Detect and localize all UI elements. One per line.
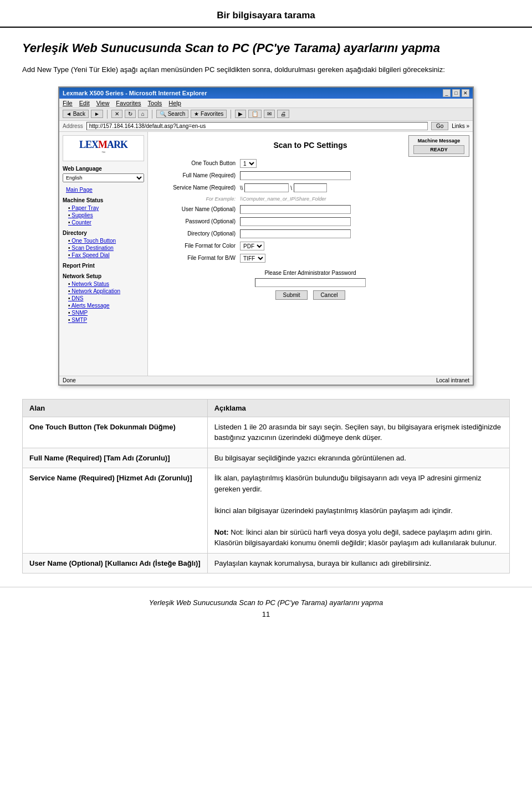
note-label: Not: <box>214 528 231 536</box>
table-row: One Touch Button (Tek Dokunmalı Düğme) L… <box>23 417 510 448</box>
directory-row: Directory (Optional) <box>155 228 466 240</box>
sidebar-item-network-application[interactable]: Network Application <box>68 288 144 294</box>
desc-service-name-part1: İlk alan, paylaştırılmış klasörün bulund… <box>214 474 482 493</box>
file-format-bw-field: TIFF <box>238 252 466 264</box>
field-one-touch: One Touch Button (Tek Dokunmalı Düğme) <box>23 417 208 448</box>
refresh-button[interactable]: ↻ <box>125 110 136 118</box>
file-format-bw-select[interactable]: TIFF <box>240 254 265 263</box>
file-format-color-row: File Format for Color PDF <box>155 240 466 252</box>
explanation-table: Alan Açıklama One Touch Button (Tek Doku… <box>22 399 510 574</box>
sidebar-web-language-section: Web Language English <box>63 166 144 182</box>
file-format-color-field: PDF <box>238 240 466 252</box>
footer-page-number: 11 <box>22 610 510 618</box>
form-buttons-row: Submit Cancel <box>155 289 466 301</box>
for-example-label: For Example: <box>155 194 238 203</box>
browser-controls: _ □ ✕ <box>443 89 469 97</box>
password-label: Password (Optional) <box>155 216 238 228</box>
sidebar-item-counter[interactable]: Counter <box>68 219 144 226</box>
service-name-input-1[interactable] <box>244 183 289 192</box>
table-row: Full Name (Required) [Tam Adı (Zorunlu)]… <box>23 448 510 468</box>
cancel-button[interactable]: Cancel <box>313 290 345 300</box>
user-name-label: User Name (Optional) <box>155 203 238 216</box>
mail-button[interactable]: ✉ <box>264 110 275 118</box>
sidebar-machine-status-section: Machine Status Paper Tray Supplies Count… <box>63 197 144 226</box>
one-touch-select[interactable]: 1 <box>240 159 257 168</box>
file-format-color-label: File Format for Color <box>155 240 238 252</box>
for-example-value: \\Computer_name_or_IP\Share_Folder <box>238 194 466 203</box>
user-name-field <box>238 203 466 216</box>
menu-edit[interactable]: Edit <box>79 100 90 106</box>
one-touch-field: 1 <box>238 157 466 170</box>
sidebar-item-dns[interactable]: DNS <box>68 295 144 301</box>
sidebar-network-setup-section: Network Setup Network Status Network App… <box>63 273 144 323</box>
stop-button[interactable]: ✕ <box>111 110 122 118</box>
browser-menubar: File Edit View Favorites Tools Help <box>59 99 473 108</box>
statusbar-right: Local intranet <box>436 377 469 383</box>
menu-help[interactable]: Help <box>168 100 181 106</box>
forward-button[interactable]: ► <box>91 110 103 118</box>
go-button[interactable]: Go <box>431 122 448 130</box>
file-format-color-select[interactable]: PDF <box>240 242 264 250</box>
menu-favorites[interactable]: Favorites <box>116 100 141 106</box>
service-name-suffix: \ <box>290 185 292 191</box>
sidebar-directory-section: Directory One Touch Button Scan Destinat… <box>63 230 144 258</box>
home-button[interactable]: ⌂ <box>138 110 148 118</box>
toolbar-separator <box>107 110 108 119</box>
sidebar-item-paper-tray[interactable]: Paper Tray <box>68 205 144 211</box>
form-buttons-cell: Submit Cancel <box>155 289 466 301</box>
sidebar-item-one-touch-button[interactable]: One Touch Button <box>68 238 144 244</box>
desc-service-name-part2: İkinci alan bilgisayar üzerindeki paylaş… <box>214 506 453 515</box>
browser-toolbar: ◄ Back ► ✕ ↻ ⌂ 🔍 Search ★ Favorites ▶ 📋 … <box>59 108 473 121</box>
footer-title: Yerleşik Web Sunucusunda Scan to PC (PC'… <box>22 598 510 607</box>
sidebar-item-snmp[interactable]: SNMP <box>68 310 144 316</box>
user-name-row: User Name (Optional) <box>155 203 466 216</box>
statusbar-left: Done <box>63 377 76 383</box>
col-description-header: Açıklama <box>207 399 509 417</box>
table-row: User Name (Optional) [Kullanıcı Adı (İst… <box>23 553 510 573</box>
back-button[interactable]: ◄ Back <box>63 110 89 118</box>
page-header: Bir bilgisayara tarama <box>0 0 532 28</box>
sidebar-logo: LEXMARK ™ <box>63 135 144 161</box>
sidebar-item-fax-speed-dial[interactable]: Fax Speed Dial <box>68 252 144 258</box>
menu-tools[interactable]: Tools <box>148 100 162 106</box>
scan-settings-form: One Touch Button 1 Full Name (Required) <box>155 157 466 301</box>
directory-input[interactable] <box>240 229 351 238</box>
sidebar-item-smtp[interactable]: SMTP <box>68 317 144 323</box>
service-name-field: \\ \ <box>238 182 466 194</box>
data-table-container: Alan Açıklama One Touch Button (Tek Doku… <box>22 399 510 574</box>
submit-button[interactable]: Submit <box>275 290 307 300</box>
user-name-input[interactable] <box>240 205 351 214</box>
history-button[interactable]: 📋 <box>248 110 262 118</box>
menu-view[interactable]: View <box>96 100 110 106</box>
print-button[interactable]: 🖨 <box>277 110 289 118</box>
minimize-button[interactable]: _ <box>443 89 451 97</box>
media-button[interactable]: ▶ <box>235 110 246 118</box>
sidebar-item-supplies[interactable]: Supplies <box>68 212 144 218</box>
directory-label: Directory (Optional) <box>155 228 238 240</box>
service-name-input-2[interactable] <box>294 183 327 192</box>
desc-service-name: İlk alan, paylaştırılmış klasörün bulund… <box>207 468 509 554</box>
password-input[interactable] <box>240 217 351 226</box>
close-button[interactable]: ✕ <box>462 89 469 97</box>
sidebar-item-network-status[interactable]: Network Status <box>68 281 144 287</box>
directory-field <box>238 228 466 240</box>
sidebar-item-scan-destination[interactable]: Scan Destination <box>68 245 144 251</box>
main-page-link[interactable]: Main Page <box>66 187 144 193</box>
browser-title: Lexmark X500 Series - Microsoft Internet… <box>63 90 207 96</box>
desc-user-name: Paylaşılan kaynak korumalıysa, buraya bi… <box>207 553 509 573</box>
machine-message-title: Machine Message <box>413 138 464 144</box>
sidebar-item-alerts-message[interactable]: Alerts Message <box>68 303 144 309</box>
language-select[interactable]: English <box>63 173 144 182</box>
search-button[interactable]: 🔍 Search <box>156 110 188 118</box>
menu-file[interactable]: File <box>63 100 73 106</box>
admin-password-input[interactable] <box>255 278 366 287</box>
maximize-button[interactable]: □ <box>452 89 460 97</box>
address-input[interactable] <box>86 122 428 130</box>
desc-service-name-note: Not: Not: İkinci alan bir sürücü harfi v… <box>214 528 497 547</box>
browser-body: LEXMARK ™ Web Language English Main Page <box>59 132 473 376</box>
service-name-row: Service Name (Required) \\ \ <box>155 182 466 194</box>
table-row: Service Name (Required) [Hizmet Adı (Zor… <box>23 468 510 554</box>
full-name-input[interactable] <box>240 171 351 180</box>
browser-window: Lexmark X500 Series - Microsoft Internet… <box>58 86 474 386</box>
favorites-button[interactable]: ★ Favorites <box>191 110 227 118</box>
